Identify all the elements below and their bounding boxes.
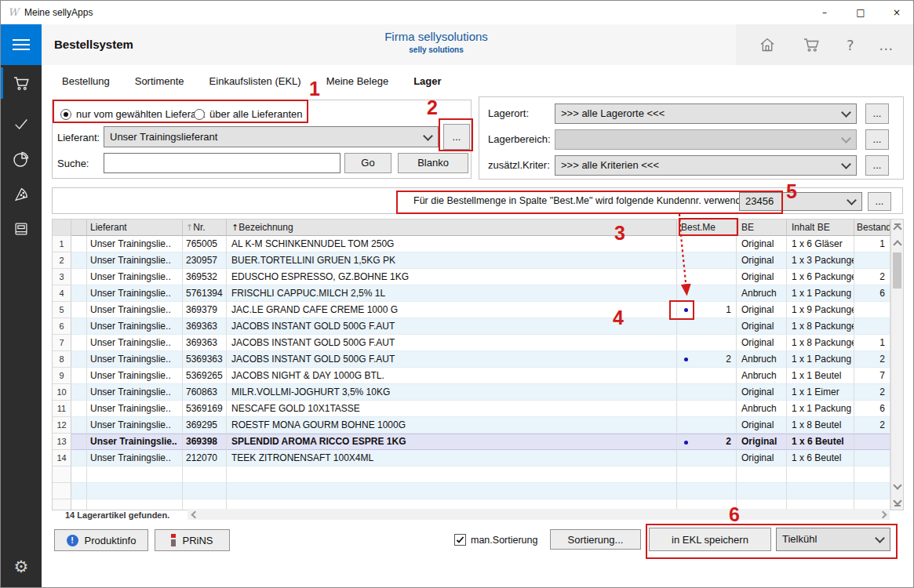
minimize-button[interactable]: – <box>807 1 843 24</box>
status-row: 14 Lagerartikel gefunden. <box>42 509 914 521</box>
horizontal-scrollbar[interactable] <box>188 509 890 520</box>
table-row[interactable]: 4Unser Trainingslie..5761394FRISCHLI CAP… <box>53 285 903 302</box>
table-row[interactable]: 7Unser Trainingslie..369363JACOBS INSTAN… <box>53 335 903 351</box>
col-inhalt-be[interactable]: Inhalt BE <box>787 220 854 236</box>
go-button[interactable]: Go <box>344 153 391 173</box>
sidebar-item-pie[interactable] <box>1 143 42 175</box>
chevron-down-icon <box>875 533 885 543</box>
lieferant-more-button[interactable]: ... <box>443 124 470 150</box>
kriterien-dropdown[interactable]: >>> alle Kriterien <<< <box>555 155 857 176</box>
scroll-right-button[interactable] <box>877 509 890 520</box>
lagerort-value: >>> alle Lagerorte <<< <box>561 107 665 119</box>
tab-bar: Bestellung Sortimente Einkaufslisten (EK… <box>42 65 914 96</box>
more-options-icon[interactable]: … <box>879 37 893 53</box>
sortierung-button[interactable]: Sortierung... <box>550 529 641 550</box>
window-title: Meine sellyApps <box>24 1 93 24</box>
scrollbar-thumb[interactable] <box>893 252 901 289</box>
table-row[interactable]: 5Unser Trainingslie..369379JAC.LE GRAND … <box>53 302 903 318</box>
prins-button[interactable]: PRiNS <box>155 529 230 551</box>
app-header: Bestellsystem Firma sellysolutions selly… <box>42 24 914 65</box>
kundennr-more-button[interactable]: ... <box>868 192 891 211</box>
order-dot-icon <box>684 308 688 312</box>
kriterien-more-button[interactable]: ... <box>865 155 889 176</box>
col-be[interactable]: BE <box>737 220 787 236</box>
table-row[interactable]: 14Unser Trainingslie..212070TEEK ZITRONE… <box>53 450 903 466</box>
table-row[interactable]: 6Unser Trainingslie..369363JACOBS INSTAN… <box>53 318 903 335</box>
man-sortierung-label: man.Sortierung <box>471 535 537 546</box>
table-row-empty <box>53 466 903 483</box>
tab-meine-belege[interactable]: Meine Belege <box>326 75 389 87</box>
table-row[interactable]: 13Unser Trainingslie..369398SPLENDID ARO… <box>53 434 903 450</box>
col-bezeichnung[interactable]: ↑Bezeichnung <box>227 220 677 236</box>
tab-bestellung[interactable]: Bestellung <box>62 75 110 87</box>
tab-lager[interactable]: Lager <box>413 75 441 87</box>
order-dot-icon <box>684 441 688 445</box>
search-input[interactable] <box>104 153 340 173</box>
kriterien-label: zusätzl.Kriter: <box>488 159 550 171</box>
table-row[interactable]: 8Unser Trainingslie..5369363JACOBS INSTA… <box>53 351 903 368</box>
scroll-down-button[interactable] <box>891 478 903 494</box>
tab-sortimente[interactable]: Sortimente <box>135 75 184 87</box>
col-bestand[interactable]: Bestand <box>854 220 890 236</box>
table-body: 1Unser Trainingslie..765005AL K-M SCHINK… <box>53 236 903 510</box>
lagerort-label: Lagerort: <box>488 107 529 119</box>
table-row[interactable]: 2Unser Trainingslie..230957BUER.TORTELLI… <box>53 252 903 269</box>
table-row[interactable]: 9Unser Trainingslie..5369265JACOBS NIGHT… <box>53 368 903 384</box>
radio-alle-lieferanten[interactable]: über alle Lieferanten <box>194 108 303 120</box>
lagerort-more-button[interactable]: ... <box>865 103 889 124</box>
col-nr[interactable]: ↑Nr. <box>183 220 227 236</box>
table-row[interactable]: 3Unser Trainingslie..369532EDUSCHO ESPRE… <box>53 269 903 285</box>
checkbox <box>454 534 466 546</box>
settings-button[interactable]: ⚙ <box>1 551 42 583</box>
kundennr-dropdown[interactable]: 23456 <box>739 192 862 211</box>
scroll-up-button[interactable] <box>891 235 903 251</box>
category-dropdown[interactable]: Tielkühl <box>776 528 890 551</box>
produktinfo-button[interactable]: ! Produktinfo <box>54 529 148 551</box>
company-subtitle: selly solutions <box>384 45 488 54</box>
company-header: Firma sellysolutions selly solutions <box>384 30 488 54</box>
help-icon[interactable]: ? <box>847 37 854 53</box>
table-row[interactable]: 10Unser Trainingslie..760863MILR.VOLLMI-… <box>53 384 903 401</box>
col-bestme[interactable]: Best.Me <box>677 220 737 236</box>
radio-label: über alle Lieferanten <box>209 108 303 120</box>
prins-icon <box>171 534 176 546</box>
scroll-top-button[interactable] <box>891 220 903 235</box>
order-dot-icon <box>684 358 688 361</box>
cart-toolbar-icon[interactable] <box>801 35 821 54</box>
hamburger-menu-button[interactable] <box>1 24 42 65</box>
sidebar-item-book[interactable] <box>1 213 42 245</box>
tab-einkaufslisten[interactable]: Einkaufslisten (EKL) <box>209 75 301 87</box>
titlebar: W Meine sellyApps – □ × <box>1 1 914 24</box>
prins-label: PRiNS <box>182 535 213 546</box>
info-icon: ! <box>67 535 78 546</box>
table-row[interactable]: 11Unser Trainingslie..5369169NESCAFE GOL… <box>53 401 903 417</box>
radio-circle <box>194 109 205 120</box>
chevron-down-icon <box>841 107 851 118</box>
category-value: Tielkühl <box>782 533 817 545</box>
blanko-button[interactable]: Blanko <box>398 153 468 173</box>
scroll-left-button[interactable] <box>188 509 200 520</box>
man-sortierung-checkbox[interactable]: man.Sortierung <box>454 534 537 546</box>
scroll-bottom-button[interactable] <box>891 494 903 510</box>
sidebar-item-cart[interactable] <box>1 67 42 99</box>
vertical-scrollbar[interactable] <box>890 220 903 510</box>
lieferant-label: Lieferant: <box>57 132 100 143</box>
kundennr-panel: Für die Bestellmenge in Spalte "Best.Me"… <box>52 187 903 214</box>
radio-dot-1 <box>64 112 68 117</box>
close-button[interactable]: × <box>879 1 914 24</box>
home-icon[interactable] <box>758 35 777 54</box>
lagerbereich-more-button[interactable]: ... <box>865 129 889 150</box>
lieferant-dropdown[interactable]: Unser Trainingslieferant <box>104 126 439 147</box>
sidebar-item-check[interactable] <box>1 108 42 140</box>
lagerbereich-dropdown <box>555 129 857 150</box>
sidebar-item-pizza[interactable] <box>1 179 42 210</box>
in-ekl-speichern-button[interactable]: in EKL speichern <box>649 528 771 551</box>
chevron-down-icon <box>423 131 433 141</box>
col-lieferant[interactable]: Lieferant <box>87 220 183 236</box>
table-row[interactable]: 12Unser Trainingslie..369295ROESTF MONA … <box>53 417 903 434</box>
maximize-button[interactable]: □ <box>843 1 879 24</box>
table-row[interactable]: 1Unser Trainingslie..765005AL K-M SCHINK… <box>53 236 903 252</box>
chevron-down-icon <box>847 195 857 205</box>
radio-nur-gewaehlter-lieferant[interactable]: nur vom gewählten Lieferant <box>60 108 205 120</box>
lagerort-dropdown[interactable]: >>> alle Lagerorte <<< <box>555 103 857 124</box>
